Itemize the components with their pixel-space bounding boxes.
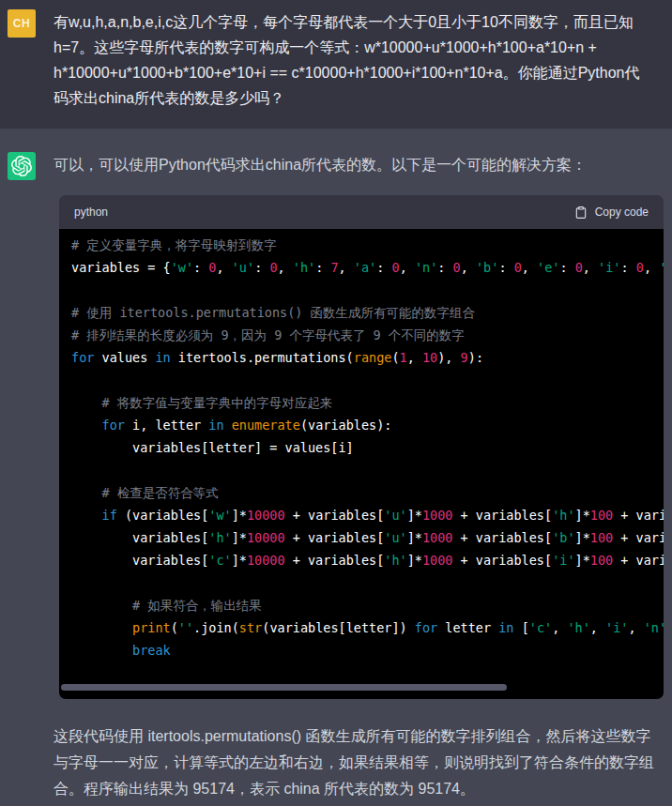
code-language-label: python bbox=[74, 200, 108, 225]
code-content: # 定义变量字典，将字母映射到数字variables = {'w': 0, 'u… bbox=[59, 229, 664, 699]
assistant-intro-text: 可以，可以使用Python代码求出china所代表的数。以下是一个可能的解决方案… bbox=[53, 152, 654, 177]
code-line: break bbox=[71, 639, 664, 662]
code-line bbox=[71, 369, 664, 391]
code-line: print(''.join(str(variables[letter]) for… bbox=[71, 616, 664, 639]
code-line: # 使用 itertools.permutations() 函数生成所有可能的数… bbox=[71, 301, 664, 324]
code-line: variables = {'w': 0, 'u': 0, 'h': 7, 'a'… bbox=[71, 256, 664, 279]
user-avatar: CH bbox=[8, 9, 36, 38]
code-line: variables['c']*10000 + variables['h']*10… bbox=[71, 549, 664, 571]
chat-container: CH 有w,u,h,a,n,b,e,i,c这几个字母，每个字母都代表一个大于0且… bbox=[0, 0, 672, 806]
code-line: # 检查是否符合等式 bbox=[71, 481, 664, 504]
code-line: for values in itertools.permutations(ran… bbox=[71, 346, 664, 369]
code-line: for i, letter in enumerate(variables): bbox=[71, 414, 664, 436]
code-line: # 如果符合，输出结果 bbox=[71, 594, 664, 616]
assistant-message: 可以，可以使用Python代码求出china所代表的数。以下是一个可能的解决方案… bbox=[0, 128, 672, 806]
assistant-message-content: 可以，可以使用Python代码求出china所代表的数。以下是一个可能的解决方案… bbox=[53, 152, 654, 802]
code-block: python Copy code # 定义变量字典，将字母映射到数字variab… bbox=[59, 195, 664, 699]
copy-code-button[interactable]: Copy code bbox=[574, 205, 649, 220]
user-message: CH 有w,u,h,a,n,b,e,i,c这几个字母，每个字母都代表一个大于0且… bbox=[0, 0, 672, 128]
code-line: # 将数字值与变量字典中的字母对应起来 bbox=[71, 391, 664, 414]
code-line: if (variables['w']*10000 + variables['u'… bbox=[71, 504, 664, 526]
assistant-explanation-text: 这段代码使用 itertools.permutations() 函数生成所有可能… bbox=[53, 723, 654, 802]
code-line: # 定义变量字典，将字母映射到数字 bbox=[71, 234, 664, 256]
code-line: variables[letter] = values[i] bbox=[71, 436, 664, 459]
chatgpt-avatar bbox=[8, 152, 36, 180]
user-message-text: 有w,u,h,a,n,b,e,i,c这几个字母，每个字母都代表一个大于0且小于1… bbox=[53, 9, 654, 111]
chatgpt-logo-icon bbox=[11, 156, 32, 176]
code-line bbox=[71, 571, 664, 594]
code-line bbox=[71, 279, 664, 301]
code-line bbox=[71, 459, 664, 481]
code-line: variables['h']*10000 + variables['u']*10… bbox=[71, 526, 664, 549]
clipboard-icon bbox=[574, 205, 588, 220]
code-block-header: python Copy code bbox=[59, 195, 664, 229]
copy-code-label: Copy code bbox=[595, 205, 649, 219]
code-horizontal-scrollbar[interactable] bbox=[61, 684, 507, 691]
code-line: # 排列结果的长度必须为 9，因为 9 个字母代表了 9 个不同的数字 bbox=[71, 324, 664, 346]
